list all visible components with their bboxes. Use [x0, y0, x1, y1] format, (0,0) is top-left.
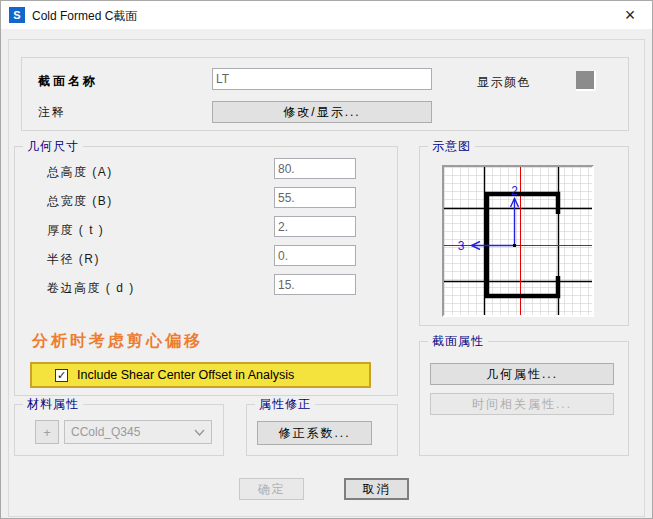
- axis-2-label: 2: [511, 184, 518, 198]
- display-color-swatch[interactable]: [576, 71, 596, 91]
- cancel-button[interactable]: 取消: [344, 478, 409, 500]
- cold-formed-c-section-dialog: S Cold Formed C截面 × 截面名称 显示颜色 注释 修改/显示..…: [0, 0, 653, 519]
- add-material-button: +: [35, 420, 59, 444]
- axis-3-label: 3: [458, 239, 465, 253]
- section-properties-group-title: 截面属性: [428, 334, 488, 349]
- shear-offset-annotation: 分析时考虑剪心偏移: [32, 331, 203, 352]
- dim-label: 卷边高度 ( d ): [47, 280, 135, 297]
- origin-point: [513, 244, 516, 247]
- total-width-input[interactable]: [274, 187, 356, 208]
- dim-label: 厚度 ( t ): [47, 222, 104, 239]
- dim-label: 总宽度 (B): [47, 193, 113, 210]
- dim-label: 总高度 (A): [47, 164, 113, 181]
- grid-minor: [444, 167, 592, 315]
- section-name-input[interactable]: [212, 68, 432, 90]
- shear-offset-highlight: ✓ Include Shear Center Offset in Analysi…: [30, 362, 371, 388]
- section-identity-group: 截面名称 显示颜色 注释 修改/显示...: [21, 57, 629, 131]
- ok-button[interactable]: 确定: [239, 478, 304, 500]
- c-section-drawing: 2 3: [444, 167, 592, 315]
- thickness-input[interactable]: [274, 216, 356, 237]
- app-icon: S: [9, 7, 25, 23]
- modify-show-button[interactable]: 修改/显示...: [212, 101, 432, 123]
- modifiers-group: 属性修正 修正系数...: [246, 404, 398, 456]
- schematic-canvas: 2 3: [442, 165, 594, 317]
- window-title: Cold Formed C截面: [32, 8, 137, 25]
- schematic-group-title: 示意图: [428, 139, 475, 154]
- chevron-down-icon: [194, 429, 205, 436]
- time-dependent-properties-button: 时间相关属性...: [430, 393, 614, 415]
- dimensions-group: 几何尺寸 总高度 (A) 总宽度 (B) 厚度 ( t ) 半径 (R) 卷边高…: [14, 146, 398, 396]
- modification-factors-button[interactable]: 修正系数...: [257, 421, 372, 445]
- close-icon[interactable]: ×: [612, 1, 648, 29]
- total-height-input[interactable]: [274, 158, 356, 179]
- geometric-properties-button[interactable]: 几何属性...: [430, 363, 614, 385]
- dim-label: 半径 (R): [47, 251, 100, 268]
- titlebar[interactable]: S Cold Formed C截面 ×: [1, 1, 652, 29]
- display-color-label: 显示颜色: [477, 74, 531, 91]
- lip-depth-input[interactable]: [274, 274, 356, 295]
- shear-offset-checkbox[interactable]: ✓: [55, 369, 68, 382]
- material-selected-value: CCold_Q345: [71, 425, 140, 439]
- shear-offset-checkbox-label: Include Shear Center Offset in Analysis: [77, 368, 294, 382]
- material-group: 材料属性 + CCold_Q345: [14, 404, 224, 456]
- material-select: CCold_Q345: [64, 420, 212, 444]
- radius-input[interactable]: [274, 245, 356, 266]
- section-name-label: 截面名称: [38, 73, 98, 90]
- section-properties-group: 截面属性 几何属性... 时间相关属性...: [419, 341, 629, 456]
- modifiers-group-title: 属性修正: [255, 397, 315, 412]
- dimensions-group-title: 几何尺寸: [23, 139, 83, 154]
- material-group-title: 材料属性: [23, 397, 83, 412]
- notes-label: 注释: [38, 104, 65, 121]
